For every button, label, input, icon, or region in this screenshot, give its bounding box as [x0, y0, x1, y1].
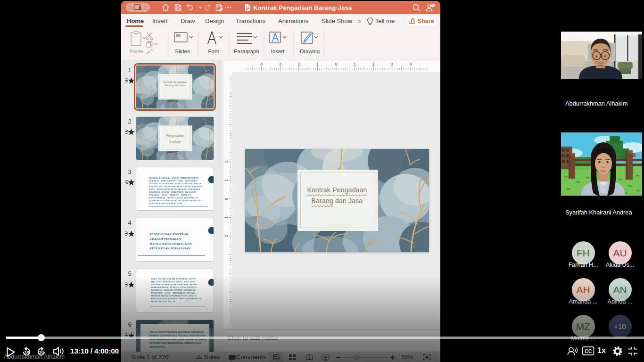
- svg-text:YANG MENGATUR PENGATURAN TE: YANG MENGATUR PENGATURAN TERSEBUT: [149, 188, 200, 190]
- svg-text:2: 2: [224, 235, 229, 238]
- svg-text:1: 1: [224, 179, 229, 181]
- svg-text:Barang dan Jasa: Barang dan Jasa: [165, 84, 186, 87]
- svg-text:SECARA HUKUM YANG DIBUAT ANTAR: SECARA HUKUM YANG DIBUAT ANTARA PIHAK-: [149, 182, 202, 185]
- svg-text:Penyusunan: Penyusunan: [166, 134, 185, 138]
- svg-text:0: 0: [224, 197, 229, 200]
- svg-text:ADALAH TINDAKAN: ADALAH TINDAKAN: [149, 237, 182, 241]
- svg-text:KONTRAK ADALAH UNTUK MEMBUA: KONTRAK ADALAH UNTUK MEMBUAT: [150, 289, 196, 291]
- svg-text:KESEPAKATAN LISAN UNTUK KEP: KESEPAKATAN LISAN UNTUK KEPERLUAN: [149, 197, 198, 199]
- svg-text:0: 0: [335, 62, 337, 66]
- svg-text:4: 4: [410, 62, 412, 66]
- svg-text:3: 3: [391, 62, 393, 66]
- svg-text:10: 10: [25, 350, 29, 354]
- svg-text:PEMERINTAH: PEMERINTAH: [149, 346, 165, 348]
- svg-text:RINGKAS, DAN SEDEKAT MUNGKIN D: RINGKAS, DAN SEDEKAT MUNGKIN DENGAN: [151, 297, 201, 300]
- svg-text:1: 1: [354, 62, 356, 66]
- svg-text:2: 2: [297, 62, 300, 66]
- svg-text:PARA PIHAK DALAM KONTRAK D: PARA PIHAK DALAM KONTRAK DAPAT: [151, 278, 196, 280]
- svg-text:Kontrak: Kontrak: [169, 140, 181, 144]
- svg-text:DOKUMEN YANG MENGIKAT SEC: DOKUMEN YANG MENGIKAT SECARA: [150, 292, 196, 294]
- svg-text:Kontrak Pengadaan: Kontrak Pengadaan: [163, 81, 187, 83]
- svg-text:KONTRAK SECARA UMUM DIDEFIN: KONTRAK SECARA UMUM DIDEFINISIKAN: [149, 177, 198, 179]
- svg-text:PERATURAN PRESIDEN REPUBLIK IN: PERATURAN PRESIDEN REPUBLIK INDONESIA: [149, 330, 205, 333]
- svg-text:2: 2: [372, 62, 375, 66]
- svg-text:1: 1: [316, 62, 319, 66]
- svg-text:HUKUM SECARA TERTULIS YANG JEL: HUKUM SECARA TERTULIS YANG JELAS,: [150, 295, 197, 297]
- svg-text:PENYUSUNAN KONTRAK, INI HANYA: PENYUSUNAN KONTRAK, INI HANYA MENGACU: [149, 199, 202, 202]
- svg-text:KETENTUAN PERJANJIAN.: KETENTUAN PERJANJIAN.: [149, 247, 191, 250]
- svg-text:3: 3: [279, 62, 281, 66]
- svg-text:CC: CC: [585, 348, 592, 354]
- svg-text:PIHAK YANG MENGAKUI HAK DAN KE: PIHAK YANG MENGAKUI HAK DAN KEWAJIBAN: [149, 185, 202, 188]
- svg-text:MENULISKAN SYARAT DAN: MENULISKAN SYARAT DAN: [149, 242, 192, 246]
- svg-text:2018 TENTANG PENGADAAN BARANG/: 2018 TENTANG PENGADAAN BARANG/JASA: [149, 342, 201, 345]
- svg-text:MAKSUD PARA PIHAK.: MAKSUD PARA PIHAK.: [150, 300, 176, 303]
- svg-text:KONTRAK DAPAT DIBENTUK M: KONTRAK DAPAT DIBENTUK MELALUI: [149, 191, 196, 193]
- svg-text:DISELESAIKAN. TUJUAN PENYUSU: DISELESAIKAN. TUJUAN PENYUSUNAN: [150, 286, 196, 288]
- svg-text:NEGOSIASI SEBELUM KONTRAK R: NEGOSIASI SEBELUM KONTRAK RESMI: [150, 283, 198, 286]
- svg-text:PENYUSUNAN KONTRAK: PENYUSUNAN KONTRAK: [149, 232, 189, 236]
- svg-text:10: 10: [39, 350, 44, 354]
- svg-text:4: 4: [260, 62, 263, 66]
- svg-text:1: 1: [224, 216, 229, 219]
- svg-text:PADA PERJANJIAN TERTULIS.: PADA PERJANJIAN TERTULIS.: [149, 202, 182, 205]
- svg-text:2: 2: [224, 160, 229, 163]
- svg-text:TULISAN ATAU DIBUAT D: TULISAN ATAU DIBUAT DENGAN: [149, 194, 191, 196]
- svg-text:MELALUI BEBERAPA DRAF DAN: MELALUI BEBERAPA DRAF DAN SESI: [150, 280, 196, 283]
- svg-text:SEBAGAI PERJANJIAN YANG: SEBAGAI PERJANJIAN YANG MENGIKAT: [149, 180, 198, 182]
